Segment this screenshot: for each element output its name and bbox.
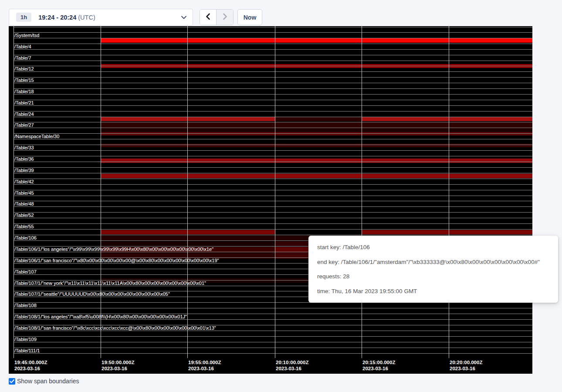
tick-date: 2023-03-16 — [362, 365, 395, 372]
heat-band[interactable] — [101, 174, 532, 178]
now-button[interactable]: Now — [237, 9, 262, 25]
row-label: /Table/106/1/"los angeles"/"\x99\x99\x99… — [14, 247, 213, 252]
row-label: /Table/7 — [14, 55, 31, 61]
span-boundary-line — [14, 342, 532, 342]
heat-band[interactable] — [362, 230, 532, 234]
tooltip-end-key: end key: /Table/106/1/"amsterdam"/"\xb33… — [317, 259, 549, 265]
row-label: /Table/107/1/"seattle"/"UUUUUUD\x00\x80\… — [14, 291, 170, 297]
range-duration-chip: 1h — [16, 13, 31, 22]
row-label: /Table/45 — [14, 190, 34, 196]
key-visualizer-page: 1h 19:24 - 20:24 (UTC) Now 19:45:00.000Z… — [0, 0, 562, 392]
row-label: /Table/42 — [14, 179, 34, 184]
heat-band[interactable] — [101, 128, 532, 132]
tick-date: 2023-03-16 — [450, 365, 482, 372]
row-label: /Table/107/1/"new york"/"\x11\x11\x11\x1… — [14, 280, 206, 286]
time-nav-button-group — [200, 9, 234, 25]
row-label: /Table/12 — [14, 66, 34, 71]
tooltip-requests: requests: 28 — [317, 273, 549, 280]
span-boundary-line — [14, 162, 532, 162]
span-boundary-line — [14, 88, 532, 89]
span-boundary-line — [14, 196, 532, 196]
span-boundary-line — [14, 32, 532, 33]
time-range-dropdown[interactable]: 1h 19:24 - 20:24 (UTC) — [9, 9, 193, 26]
checkmark-icon — [10, 377, 14, 385]
time-gridline — [187, 26, 188, 358]
x-axis-tick-label: 19:55:00.000Z2023-03-16 — [188, 359, 221, 372]
chevron-left-icon — [206, 13, 210, 21]
span-boundary-line — [14, 66, 532, 66]
heat-band[interactable] — [101, 132, 532, 135]
row-label: /NamespaceTable/30 — [14, 134, 59, 139]
tick-date: 2023-03-16 — [276, 365, 308, 372]
heat-band[interactable] — [101, 159, 532, 163]
row-label: /Table/106/1/"san francisco"/"\x80\x00\x… — [14, 258, 219, 263]
span-boundary-line — [14, 83, 532, 83]
span-boundary-line — [14, 71, 532, 72]
row-label: /Table/18 — [14, 89, 34, 94]
row-label: /Table/52 — [14, 213, 34, 218]
x-axis-tick-label: 20:15:00.000Z2023-03-16 — [362, 359, 395, 372]
span-boundary-line — [14, 38, 532, 38]
chevron-down-icon — [181, 16, 186, 19]
span-boundary-line — [14, 308, 532, 308]
span-boundary-line — [14, 128, 532, 128]
heat-band[interactable] — [101, 64, 532, 68]
heat-band[interactable] — [101, 38, 532, 43]
span-boundary-line — [14, 173, 532, 173]
span-boundary-line — [14, 117, 532, 117]
span-boundary-line — [14, 150, 532, 151]
heat-band[interactable] — [101, 230, 275, 234]
x-axis-tick-label: 19:50:00.000Z2023-03-16 — [102, 359, 134, 372]
show-span-boundaries-checkbox[interactable] — [9, 378, 15, 385]
span-boundary-line — [14, 44, 532, 44]
span-boundary-line — [14, 133, 532, 134]
next-range-button[interactable] — [217, 10, 233, 25]
row-label: /Table/106 — [14, 235, 37, 240]
span-boundary-line — [14, 77, 532, 78]
time-gridline — [275, 26, 275, 358]
time-gridline — [362, 26, 362, 358]
span-boundary-line — [14, 348, 532, 348]
heat-band[interactable] — [275, 117, 362, 121]
row-label: /Table/21 — [14, 100, 34, 105]
span-boundary-line — [14, 105, 532, 106]
range-text: 19:24 - 20:24 (UTC) — [38, 14, 95, 21]
tooltip-time: time: Thu, 16 Mar 2023 19:55:00 GMT — [317, 288, 549, 294]
tick-date: 2023-03-16 — [102, 365, 134, 372]
heat-band[interactable] — [101, 117, 275, 121]
row-label: /Table/39 — [14, 168, 34, 173]
time-gridline — [101, 26, 101, 358]
footer-controls: Show span boundaries — [9, 377, 79, 385]
row-label: /Table/24 — [14, 112, 34, 117]
span-boundary-line — [14, 27, 532, 27]
span-tooltip: start key: /Table/106 end key: /Table/10… — [308, 236, 558, 303]
heat-band[interactable] — [101, 122, 532, 128]
span-boundary-line — [14, 111, 532, 112]
span-boundary-line — [14, 139, 532, 139]
span-boundary-line — [14, 122, 532, 122]
tick-time: 19:55:00.000Z — [188, 359, 221, 365]
span-boundary-line — [14, 190, 532, 190]
span-boundary-line — [14, 201, 532, 201]
span-boundary-line — [14, 179, 532, 179]
time-gridline — [14, 26, 14, 358]
row-label: /Table/15 — [14, 78, 34, 83]
span-boundary-line — [14, 212, 532, 213]
show-span-boundaries-label: Show span boundaries — [17, 378, 79, 385]
row-label: /Table/108/1/"san francisco"/"\x8c\xcc\x… — [14, 325, 216, 331]
span-boundary-line — [14, 145, 532, 145]
x-axis-tick-label: 20:20:00.000Z2023-03-16 — [450, 359, 482, 372]
row-label: /Table/27 — [14, 122, 34, 128]
previous-range-button[interactable] — [200, 10, 217, 25]
row-label: /Table/33 — [14, 145, 34, 150]
span-boundary-line — [14, 235, 532, 235]
row-label: /Table/111/1 — [14, 348, 40, 353]
span-boundary-line — [14, 94, 532, 95]
heat-band[interactable] — [362, 117, 532, 121]
span-boundary-line — [14, 223, 532, 224]
range-times: 19:24 - 20:24 — [38, 14, 76, 21]
span-boundary-line — [14, 167, 532, 168]
tick-date: 2023-03-16 — [14, 365, 47, 372]
key-visualizer-heatmap[interactable]: 19:45:00.000Z2023-03-1619:50:00.000Z2023… — [9, 26, 532, 374]
row-label: /Table/109 — [14, 337, 37, 342]
